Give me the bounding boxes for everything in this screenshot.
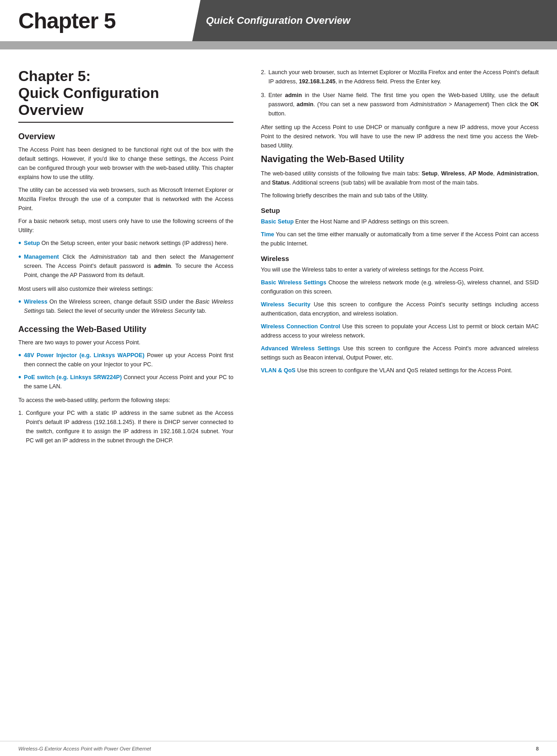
time-text: Time You can set the time either manuall… [261,230,539,248]
overview-bullets-1: • Setup On the Setup screen, enter your … [18,239,233,280]
bottom-spacer [0,468,557,486]
accessing-p2: To access the web-based utility, perform… [18,396,233,405]
overview-p1: The Access Point has been designed to be… [18,145,233,182]
gray-band [0,41,557,49]
wireless-p1: You will use the Wireless tabs to enter … [261,265,539,274]
basic-wireless-text: Basic Wireless Settings Choose the wirel… [261,278,539,296]
accessing-heading: Accessing the Web-Based Utility [18,325,233,334]
footer-left: Wireless-G Exterior Access Point with Po… [18,746,151,751]
overview-p4: Most users will also customize their wir… [18,284,233,294]
chapter-divider [18,122,233,123]
page-footer: Wireless-G Exterior Access Point with Po… [0,741,557,756]
vlan-text: VLAN & QoS Use this screen to configure … [261,366,539,375]
right-column: 2. Launch your web browser, such as Inte… [256,68,539,450]
left-column: Chapter 5: Quick Configuration Overview … [18,68,243,450]
bullet-text-management: Management Click the Administration tab … [24,252,233,280]
steps-list: 1. Configure your PC with a static IP ad… [18,408,233,445]
chapter-number: Chapter 5 [18,8,115,33]
step-1-text: Configure your PC with a static IP addre… [26,408,233,445]
wireless-heading: Wireless [261,255,539,262]
navigating-heading: Navigating the Web-Based Utility [261,154,539,164]
bullet-dot-1: • [18,239,21,249]
bullet-setup: • Setup On the Setup screen, enter your … [18,239,233,249]
overview-heading: Overview [18,132,233,141]
wireless-connection-label: Wireless Connection Control [261,323,340,330]
navigating-p1: The web-based utility consists of the fo… [261,169,539,187]
bullet-dot-3: • [18,297,21,315]
bullet-wireless: • Wireless On the Wireless screen, chang… [18,297,233,315]
wireless-connection-text: Wireless Connection Control Use this scr… [261,322,539,340]
header-title: Quick Configuration Overview [206,15,350,27]
basic-wireless-label: Basic Wireless Settings [261,279,326,286]
after-steps-p: After setting up the Access Point to use… [261,123,539,150]
overview-p3: For a basic network setup, most users on… [18,217,233,235]
step-2-text: Launch your web browser, such as Interne… [268,68,539,86]
advanced-wireless-label: Advanced Wireless Settings [261,345,340,352]
bullet-text-setup: Setup On the Setup screen, enter your ba… [24,239,233,249]
chapter-title-text: Chapter 5: Quick Configuration Overview [18,68,233,118]
page-header: Chapter 5 Quick Configuration Overview [0,0,557,41]
header-title-bar: Quick Configuration Overview [192,0,557,41]
wireless-security-text: Wireless Security Use this screen to con… [261,300,539,318]
setup-heading: Setup [261,207,539,214]
bullet-dot-2: • [18,252,21,280]
main-content: Chapter 5: Quick Configuration Overview … [0,49,557,468]
bullet-48v: • 48V Power Injector (e.g. Linksys WAPPO… [18,351,233,369]
step-1: 1. Configure your PC with a static IP ad… [18,408,233,445]
bullet-dot-5: • [18,373,21,391]
overview-p2: The utility can be accessed via web brow… [18,185,233,213]
time-label: Time [261,231,274,238]
navigating-p2: The following briefly describes the main… [261,191,539,200]
header-chapter: Chapter 5 [0,0,192,41]
accessing-p1: There are two ways to power your Access … [18,338,233,347]
chapter-title: Chapter 5: Quick Configuration Overview [18,68,233,123]
footer-page: 8 [536,746,539,751]
bullet-text-48v: 48V Power Injector (e.g. Linksys WAPPOE)… [24,351,233,369]
overview-bullets-2: • Wireless On the Wireless screen, chang… [18,297,233,315]
wireless-security-label: Wireless Security [261,301,310,308]
advanced-wireless-text: Advanced Wireless Settings Use this scre… [261,344,539,362]
bullet-management: • Management Click the Administration ta… [18,252,233,280]
vlan-label: VLAN & QoS [261,367,296,374]
bullet-text-wireless: Wireless On the Wireless screen, change … [24,297,233,315]
basic-setup-label: Basic Setup [261,218,294,225]
basic-setup-text: Basic Setup Enter the Host Name and IP A… [261,217,539,226]
steps-list-right: 2. Launch your web browser, such as Inte… [261,68,539,118]
bullet-poe: • PoE switch (e.g. Linksys SRW224P) Conn… [18,373,233,391]
bullet-text-poe: PoE switch (e.g. Linksys SRW224P) Connec… [24,373,233,391]
step-2: 2. Launch your web browser, such as Inte… [261,68,539,86]
step-3-text: Enter admin in the User Name field. The … [268,91,539,118]
accessing-bullets: • 48V Power Injector (e.g. Linksys WAPPO… [18,351,233,391]
bullet-dot-4: • [18,351,21,369]
step-3: 3. Enter admin in the User Name field. T… [261,91,539,118]
